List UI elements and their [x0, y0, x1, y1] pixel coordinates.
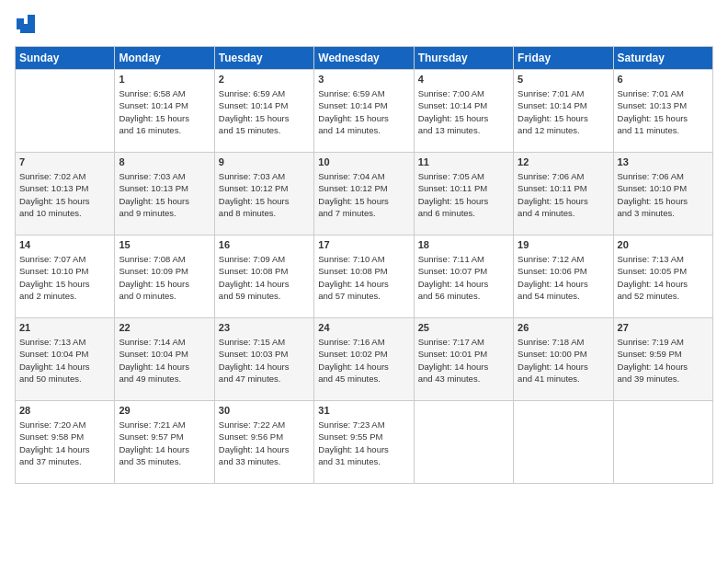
day-number: 22: [119, 322, 210, 333]
day-info: Sunrise: 7:16 AM Sunset: 10:02 PM Daylig…: [318, 336, 409, 385]
day-info: Sunrise: 7:01 AM Sunset: 10:14 PM Daylig…: [518, 87, 609, 136]
day-number: 3: [318, 74, 409, 85]
calendar-cell: 31Sunrise: 7:23 AM Sunset: 9:55 PM Dayli…: [314, 401, 414, 484]
day-info: Sunrise: 7:02 AM Sunset: 10:13 PM Daylig…: [19, 170, 110, 219]
day-number: 4: [418, 74, 509, 85]
day-number: 27: [618, 322, 709, 333]
calendar-cell: 9Sunrise: 7:03 AM Sunset: 10:12 PM Dayli…: [214, 153, 313, 236]
day-info: Sunrise: 7:03 AM Sunset: 10:13 PM Daylig…: [119, 170, 210, 219]
calendar-cell: [16, 70, 115, 153]
day-number: 15: [119, 239, 210, 250]
day-info: Sunrise: 6:59 AM Sunset: 10:14 PM Daylig…: [219, 87, 310, 136]
calendar-cell: 21Sunrise: 7:13 AM Sunset: 10:04 PM Dayl…: [16, 318, 115, 401]
day-info: Sunrise: 7:20 AM Sunset: 9:58 PM Dayligh…: [19, 419, 110, 467]
calendar-cell: 10Sunrise: 7:04 AM Sunset: 10:12 PM Dayl…: [314, 153, 414, 236]
day-info: Sunrise: 7:18 AM Sunset: 10:00 PM Daylig…: [518, 336, 609, 385]
day-info: Sunrise: 7:23 AM Sunset: 9:55 PM Dayligh…: [318, 419, 409, 467]
day-info: Sunrise: 7:09 AM Sunset: 10:08 PM Daylig…: [219, 253, 310, 302]
day-number: 29: [119, 405, 210, 416]
calendar-cell: 17Sunrise: 7:10 AM Sunset: 10:08 PM Dayl…: [314, 236, 414, 318]
calendar-week-row: 14Sunrise: 7:07 AM Sunset: 10:10 PM Dayl…: [16, 236, 713, 318]
day-number: 25: [418, 322, 509, 333]
day-info: Sunrise: 7:17 AM Sunset: 10:01 PM Daylig…: [418, 336, 509, 385]
day-number: 24: [318, 322, 409, 333]
logo: [15, 15, 35, 35]
day-number: 14: [19, 239, 110, 250]
day-info: Sunrise: 7:11 AM Sunset: 10:07 PM Daylig…: [418, 253, 509, 302]
day-info: Sunrise: 7:00 AM Sunset: 10:14 PM Daylig…: [418, 87, 509, 136]
day-info: Sunrise: 7:08 AM Sunset: 10:09 PM Daylig…: [119, 253, 210, 302]
calendar-cell: 19Sunrise: 7:12 AM Sunset: 10:06 PM Dayl…: [514, 236, 613, 318]
calendar-week-row: 21Sunrise: 7:13 AM Sunset: 10:04 PM Dayl…: [16, 318, 713, 401]
calendar-cell: 12Sunrise: 7:06 AM Sunset: 10:11 PM Dayl…: [514, 153, 613, 236]
calendar-cell: [414, 401, 513, 484]
calendar-cell: 7Sunrise: 7:02 AM Sunset: 10:13 PM Dayli…: [16, 153, 115, 236]
day-info: Sunrise: 7:12 AM Sunset: 10:06 PM Daylig…: [518, 253, 609, 302]
day-info: Sunrise: 7:06 AM Sunset: 10:10 PM Daylig…: [618, 170, 709, 219]
calendar-cell: 18Sunrise: 7:11 AM Sunset: 10:07 PM Dayl…: [414, 236, 513, 318]
day-number: 17: [318, 239, 409, 250]
day-number: 19: [518, 239, 609, 250]
day-number: 12: [518, 156, 609, 167]
day-number: 18: [418, 239, 509, 250]
day-number: 21: [19, 322, 110, 333]
day-info: Sunrise: 7:21 AM Sunset: 9:57 PM Dayligh…: [119, 419, 210, 467]
weekday-header-row: SundayMondayTuesdayWednesdayThursdayFrid…: [16, 47, 713, 70]
calendar-cell: 16Sunrise: 7:09 AM Sunset: 10:08 PM Dayl…: [214, 236, 313, 318]
calendar-cell: 23Sunrise: 7:15 AM Sunset: 10:03 PM Dayl…: [214, 318, 313, 401]
weekday-header-sunday: Sunday: [16, 47, 115, 70]
calendar-cell: 28Sunrise: 7:20 AM Sunset: 9:58 PM Dayli…: [16, 401, 115, 484]
day-info: Sunrise: 7:22 AM Sunset: 9:56 PM Dayligh…: [219, 419, 310, 467]
calendar-cell: 25Sunrise: 7:17 AM Sunset: 10:01 PM Dayl…: [414, 318, 513, 401]
day-info: Sunrise: 7:14 AM Sunset: 10:04 PM Daylig…: [119, 336, 210, 385]
day-info: Sunrise: 7:03 AM Sunset: 10:12 PM Daylig…: [219, 170, 310, 219]
weekday-header-thursday: Thursday: [414, 47, 513, 70]
calendar-cell: 6Sunrise: 7:01 AM Sunset: 10:13 PM Dayli…: [613, 70, 712, 153]
calendar-cell: [613, 401, 712, 484]
day-info: Sunrise: 6:59 AM Sunset: 10:14 PM Daylig…: [318, 87, 409, 136]
day-number: 6: [618, 74, 709, 85]
day-info: Sunrise: 7:13 AM Sunset: 10:04 PM Daylig…: [19, 336, 110, 385]
weekday-header-monday: Monday: [115, 47, 214, 70]
calendar-cell: 14Sunrise: 7:07 AM Sunset: 10:10 PM Dayl…: [16, 236, 115, 318]
day-number: 10: [318, 156, 409, 167]
logo-icon: [17, 13, 35, 35]
weekday-header-wednesday: Wednesday: [314, 47, 414, 70]
day-number: 30: [219, 405, 310, 416]
calendar-cell: 2Sunrise: 6:59 AM Sunset: 10:14 PM Dayli…: [214, 70, 313, 153]
day-number: 20: [618, 239, 709, 250]
calendar-cell: 30Sunrise: 7:22 AM Sunset: 9:56 PM Dayli…: [214, 401, 313, 484]
calendar-cell: 20Sunrise: 7:13 AM Sunset: 10:05 PM Dayl…: [613, 236, 712, 318]
day-number: 8: [119, 156, 210, 167]
calendar-cell: 29Sunrise: 7:21 AM Sunset: 9:57 PM Dayli…: [115, 401, 214, 484]
day-info: Sunrise: 7:04 AM Sunset: 10:12 PM Daylig…: [318, 170, 409, 219]
day-number: 26: [518, 322, 609, 333]
day-number: 7: [19, 156, 110, 167]
day-info: Sunrise: 7:13 AM Sunset: 10:05 PM Daylig…: [618, 253, 709, 302]
calendar-cell: 5Sunrise: 7:01 AM Sunset: 10:14 PM Dayli…: [514, 70, 613, 153]
day-info: Sunrise: 7:05 AM Sunset: 10:11 PM Daylig…: [418, 170, 509, 219]
day-info: Sunrise: 7:10 AM Sunset: 10:08 PM Daylig…: [318, 253, 409, 302]
calendar-week-row: 1Sunrise: 6:58 AM Sunset: 10:14 PM Dayli…: [16, 70, 713, 153]
calendar-table: SundayMondayTuesdayWednesdayThursdayFrid…: [15, 46, 713, 484]
day-number: 28: [19, 405, 110, 416]
day-number: 16: [219, 239, 310, 250]
day-info: Sunrise: 6:58 AM Sunset: 10:14 PM Daylig…: [119, 87, 210, 136]
calendar-cell: 22Sunrise: 7:14 AM Sunset: 10:04 PM Dayl…: [115, 318, 214, 401]
svg-marker-1: [17, 18, 24, 29]
day-info: Sunrise: 7:06 AM Sunset: 10:11 PM Daylig…: [518, 170, 609, 219]
day-info: Sunrise: 7:01 AM Sunset: 10:13 PM Daylig…: [618, 87, 709, 136]
day-number: 2: [219, 74, 310, 85]
calendar-cell: [514, 401, 613, 484]
day-info: Sunrise: 7:19 AM Sunset: 9:59 PM Dayligh…: [618, 336, 709, 385]
calendar-cell: 4Sunrise: 7:00 AM Sunset: 10:14 PM Dayli…: [414, 70, 513, 153]
calendar-cell: 13Sunrise: 7:06 AM Sunset: 10:10 PM Dayl…: [613, 153, 712, 236]
day-info: Sunrise: 7:07 AM Sunset: 10:10 PM Daylig…: [19, 253, 110, 302]
calendar-cell: 15Sunrise: 7:08 AM Sunset: 10:09 PM Dayl…: [115, 236, 214, 318]
weekday-header-saturday: Saturday: [613, 47, 712, 70]
day-number: 11: [418, 156, 509, 167]
calendar-cell: 1Sunrise: 6:58 AM Sunset: 10:14 PM Dayli…: [115, 70, 214, 153]
day-number: 31: [318, 405, 409, 416]
day-info: Sunrise: 7:15 AM Sunset: 10:03 PM Daylig…: [219, 336, 310, 385]
day-number: 1: [119, 74, 210, 85]
